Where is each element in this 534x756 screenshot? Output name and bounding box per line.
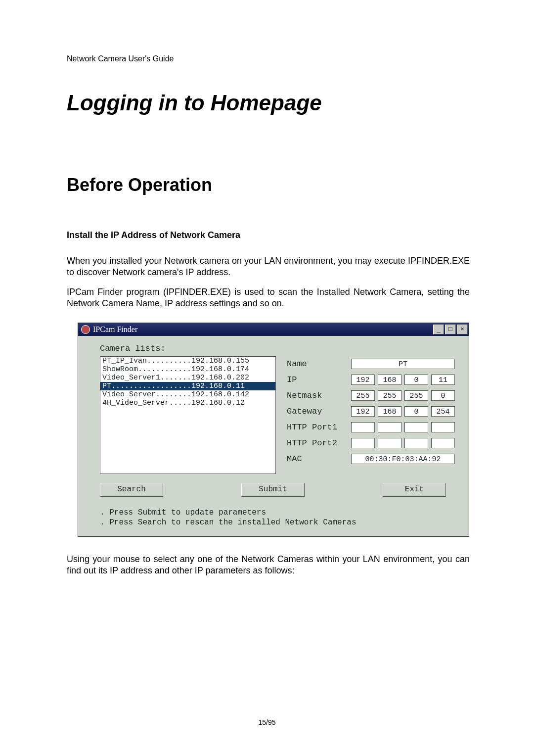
page-number: 15/95: [0, 718, 534, 726]
hp2-oct2[interactable]: [378, 438, 401, 448]
hp2-oct4[interactable]: [431, 438, 455, 448]
submit-button[interactable]: Submit: [241, 483, 305, 497]
hp1-oct4[interactable]: [431, 422, 455, 432]
search-button[interactable]: Search: [100, 483, 163, 497]
gateway-label: Gateway: [287, 407, 351, 416]
netmask-label: Netmask: [287, 391, 351, 400]
exit-button[interactable]: Exit: [383, 483, 446, 497]
ip-oct1[interactable]: 192: [351, 375, 375, 385]
list-item[interactable]: PT_IP_Ivan..........192.168.0.155: [100, 357, 275, 365]
list-item-selected[interactable]: PT..................192.168.0.11: [100, 382, 275, 390]
hint-line-1: . Press Submit to update parameters: [100, 508, 455, 518]
hp2-oct3[interactable]: [404, 438, 428, 448]
mac-label: MAC: [287, 454, 351, 464]
paragraph-3: Using your mouse to select any one of th…: [67, 554, 470, 576]
subhead: Install the IP Address of Network Camera: [67, 230, 470, 240]
nm-oct4[interactable]: 0: [431, 390, 455, 401]
titlebar: IPCam Finder _ □ ×: [78, 323, 469, 336]
hp1-oct2[interactable]: [378, 422, 401, 432]
window-title: IPCam Finder: [93, 325, 433, 334]
close-button[interactable]: ×: [457, 325, 468, 334]
ipcam-finder-window: IPCam Finder _ □ × Camera lists: PT_IP_I…: [78, 323, 469, 537]
list-item[interactable]: 4H_Video_Server.....192.168.0.12: [100, 399, 275, 407]
gw-oct1[interactable]: 192: [351, 406, 375, 417]
app-icon: [81, 325, 90, 334]
gw-oct2[interactable]: 168: [378, 406, 401, 417]
gw-oct3[interactable]: 0: [404, 406, 428, 417]
http1-label: HTTP Port1: [287, 423, 351, 432]
doc-title: Logging in to Homepage: [67, 91, 470, 115]
nm-oct2[interactable]: 255: [378, 390, 401, 401]
details-form: Name PT IP 192 168 0 11 Netmask 255 255: [287, 356, 455, 474]
hp1-oct1[interactable]: [351, 422, 375, 432]
hp2-oct1[interactable]: [351, 438, 375, 448]
paragraph-1: When you installed your Network camera o…: [67, 255, 470, 278]
hint-line-2: . Press Search to rescan the installed N…: [100, 518, 455, 527]
running-header: Network Camera User's Guide: [67, 54, 470, 63]
camera-lists-label: Camera lists:: [100, 344, 455, 353]
section-heading: Before Operation: [67, 175, 470, 195]
ip-oct2[interactable]: 168: [378, 375, 401, 385]
maximize-button[interactable]: □: [445, 325, 456, 334]
ip-oct3[interactable]: 0: [404, 375, 428, 385]
name-label: Name: [287, 359, 351, 369]
list-item[interactable]: Video_Server1.......192.168.0.202: [100, 374, 275, 382]
gw-oct4[interactable]: 254: [431, 406, 455, 417]
nm-oct3[interactable]: 255: [404, 390, 428, 401]
hp1-oct3[interactable]: [404, 422, 428, 432]
name-field[interactable]: PT: [351, 359, 455, 369]
http2-label: HTTP Port2: [287, 438, 351, 448]
nm-oct1[interactable]: 255: [351, 390, 375, 401]
list-item[interactable]: ShowRoom............192.168.0.174: [100, 365, 275, 374]
mac-field: 00:30:F0:03:AA:92: [351, 454, 455, 464]
camera-list[interactable]: PT_IP_Ivan..........192.168.0.155 ShowRo…: [100, 356, 276, 474]
paragraph-2: IPCam Finder program (IPFINDER.EXE) is u…: [67, 286, 470, 309]
ip-oct4[interactable]: 11: [431, 375, 455, 385]
minimize-button[interactable]: _: [433, 325, 444, 334]
ip-label: IP: [287, 375, 351, 384]
list-item[interactable]: Video_Server........192.168.0.142: [100, 390, 275, 399]
